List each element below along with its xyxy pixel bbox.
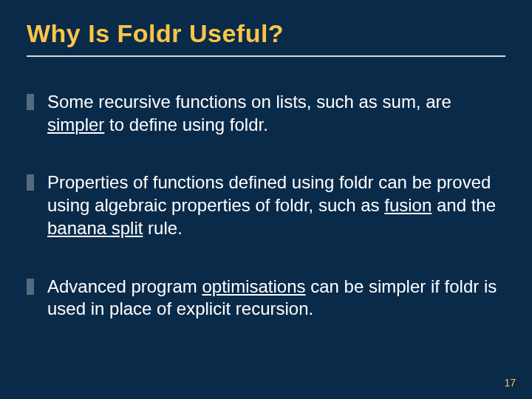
text-fragment: to define using foldr. — [104, 115, 267, 134]
text-fragment: rule. — [143, 218, 182, 238]
text-fragment: Some recursive functions on lists, such … — [47, 92, 451, 112]
slide-title: Why Is Foldr Useful? — [27, 19, 505, 48]
bullet-icon — [27, 279, 34, 295]
underlined-term: fusion — [384, 195, 432, 215]
list-item: Some recursive functions on lists, such … — [27, 91, 505, 136]
underlined-term: banana split — [47, 218, 143, 238]
list-item: Advanced program optimisations can be si… — [27, 276, 505, 321]
text-fragment: and the — [432, 195, 496, 215]
bullet-icon — [27, 174, 34, 191]
underlined-term: simpler — [47, 115, 104, 134]
bullet-text: Some recursive functions on lists, such … — [47, 91, 505, 136]
bullet-icon — [27, 94, 34, 110]
title-divider — [27, 55, 505, 57]
bullet-text: Properties of functions defined using fo… — [47, 171, 505, 239]
page-number: 17 — [504, 377, 516, 389]
text-fragment: Advanced program — [47, 276, 202, 296]
underlined-term: optimisations — [202, 276, 305, 296]
bullet-list: Some recursive functions on lists, such … — [27, 91, 505, 321]
slide: Why Is Foldr Useful? Some recursive func… — [0, 0, 532, 399]
bullet-text: Advanced program optimisations can be si… — [47, 276, 505, 321]
list-item: Properties of functions defined using fo… — [27, 171, 505, 239]
